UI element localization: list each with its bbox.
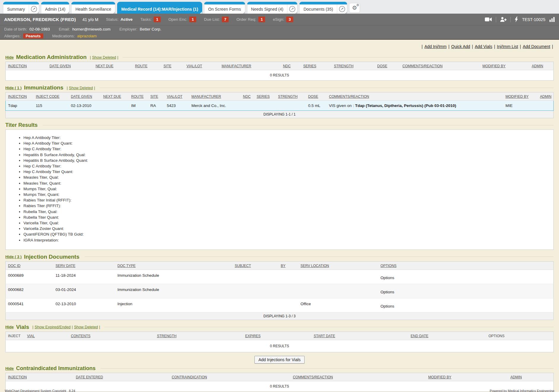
tasks-badge[interactable]: 1 <box>154 17 160 22</box>
col-comments[interactable]: COMMENTS/REACTION <box>327 92 503 101</box>
col-options[interactable]: OPTIONS <box>378 261 553 270</box>
show-deleted-link[interactable]: Show Deleted <box>74 325 98 329</box>
col-subject[interactable]: SUBJECT <box>232 261 278 270</box>
col-site[interactable]: SITE <box>161 62 184 70</box>
col-series[interactable]: SERIES <box>254 92 275 101</box>
add-person-icon[interactable] <box>500 17 507 22</box>
col-strength[interactable]: STRENGTH <box>155 332 243 340</box>
add-document-link[interactable]: Add Document <box>523 44 550 49</box>
col-date-entered[interactable]: DATE ENTERED <box>74 373 169 381</box>
col-contents[interactable]: CONTENTS <box>69 332 155 340</box>
tab-summary-label[interactable]: Summary <box>3 7 29 12</box>
col-injection[interactable]: INJECTION <box>6 373 74 381</box>
options-link[interactable]: Options <box>378 270 553 284</box>
col-manufacturer[interactable]: MANUFACTURER <box>219 62 281 70</box>
col-series[interactable]: SERIES <box>301 62 332 70</box>
col-doc-type[interactable]: DOC TYPE <box>115 261 232 270</box>
col-serv-date[interactable]: SERV DATE <box>53 261 115 270</box>
col-by[interactable]: BY <box>278 261 298 270</box>
order-req-badge[interactable]: 1 <box>258 17 265 22</box>
tab-needs-signed[interactable]: Needs Signed (4) ↗ <box>247 2 298 14</box>
col-ndc[interactable]: NDC <box>281 62 301 70</box>
tab-medical-record-label[interactable]: Medical Record (14):MAR/Injections (1) <box>117 7 202 12</box>
col-dose[interactable]: DOSE <box>375 62 400 70</box>
popout-icon[interactable]: ↗ <box>337 4 347 14</box>
hide-link[interactable]: Hide <box>5 55 14 60</box>
col-admin[interactable]: ADMIN <box>529 62 553 70</box>
col-date-given[interactable]: DATE GIVEN <box>69 92 101 101</box>
col-site[interactable]: SITE <box>148 92 164 101</box>
col-route[interactable]: ROUTE <box>133 62 161 70</box>
col-manufacturer[interactable]: MANUFACTURER <box>189 92 241 101</box>
titer-item: Hep A Antibody Titer: <box>23 135 547 140</box>
col-contraindication[interactable]: CONTRAINDICATION <box>169 373 290 381</box>
tab-needs-signed-label[interactable]: Needs Signed (4) <box>247 7 287 12</box>
options-link[interactable]: Options <box>378 284 553 298</box>
col-admin[interactable]: ADMIN <box>508 373 553 381</box>
tab-on-screen-forms-label[interactable]: On Screen Forms <box>204 7 245 12</box>
col-dose[interactable]: DOSE <box>306 92 327 101</box>
hide-link[interactable]: Hide ( 3 ) <box>5 255 22 259</box>
col-admin[interactable]: ADMIN <box>538 92 554 101</box>
open-enc-badge[interactable]: 1 <box>189 17 196 22</box>
col-serv-location[interactable]: SERV LOCATION <box>298 261 378 270</box>
col-ndc[interactable]: NDC <box>241 92 254 101</box>
medication-link[interactable]: alprazolam <box>77 34 97 38</box>
tab-on-screen-forms[interactable]: On Screen Forms <box>204 2 245 14</box>
col-inject-code[interactable]: INJECT CODE <box>34 92 69 101</box>
col-vial-lot[interactable]: VIAL/LOT <box>184 62 219 70</box>
col-strength[interactable]: STRENGTH <box>275 92 306 101</box>
tab-health-surveillance[interactable]: Health Surveillance <box>71 2 115 14</box>
lightning-icon[interactable] <box>515 17 518 22</box>
col-next-due[interactable]: NEXT DUE <box>93 62 133 70</box>
show-expired-link[interactable]: Show Expired/Ended <box>35 325 71 329</box>
quick-add-link[interactable]: Quick Add <box>451 44 470 49</box>
col-start-date[interactable]: START DATE <box>311 332 408 340</box>
col-end-date[interactable]: END DATE <box>408 332 486 340</box>
show-deleted-link[interactable]: Show Deleted <box>92 55 116 60</box>
hide-link[interactable]: Hide <box>5 366 14 371</box>
allergy-badge[interactable]: Peanuts <box>23 33 44 39</box>
add-vials-link[interactable]: Add Vials <box>475 44 492 49</box>
col-expires[interactable]: EXPIRES <box>243 332 311 340</box>
col-next-due[interactable]: NEXT DUE <box>101 92 129 101</box>
due-list-badge[interactable]: 7 <box>222 17 229 22</box>
col-modified-by[interactable]: MODIFIED BY <box>426 373 508 381</box>
hide-link[interactable]: Hide <box>5 325 14 329</box>
tab-documents-label[interactable]: Documents (35) <box>300 7 337 12</box>
col-strength[interactable]: STRENGTH <box>332 62 375 70</box>
col-injection[interactable]: INJECTION <box>6 62 47 70</box>
col-modified-by[interactable]: MODIFIED BY <box>503 92 537 101</box>
immunization-row[interactable]: Tdap 115 02-13-2010 IM RA 5423 Merck and… <box>6 101 554 111</box>
document-row[interactable]: 0000689 11-18-2024 Immunization Schedule… <box>6 270 554 284</box>
col-comments[interactable]: COMMENTS/REACTION <box>290 373 426 381</box>
show-deleted-link[interactable]: Show Deleted <box>69 86 93 90</box>
col-date-given[interactable]: DATE GIVEN <box>47 62 93 70</box>
options-link[interactable]: Options <box>378 298 553 312</box>
settings-button[interactable]: ⚙⚙ <box>349 3 360 13</box>
hide-link[interactable]: Hide ( 1 ) <box>5 86 22 90</box>
col-modified-by[interactable]: MODIFIED BY <box>480 62 529 70</box>
tab-admin-label[interactable]: Admin (14) <box>41 7 69 12</box>
tab-health-surveillance-label[interactable]: Health Surveillance <box>71 7 115 12</box>
popout-icon[interactable]: ↗ <box>287 4 297 14</box>
inj-imm-list-link[interactable]: Inj/Imm List <box>497 44 518 49</box>
col-route[interactable]: ROUTE <box>129 92 148 101</box>
popout-icon[interactable]: ↗ <box>29 4 39 14</box>
add-inj-imm-link[interactable]: Add Inj/Imm <box>424 44 447 49</box>
video-call-icon[interactable] <box>485 17 492 22</box>
add-injections-for-vials-button[interactable]: Add Injections for Vials <box>254 356 304 364</box>
col-doc-id[interactable]: DOC ID <box>6 261 53 270</box>
col-vial[interactable]: VIAL <box>25 332 69 340</box>
chart-icon[interactable] <box>549 17 555 22</box>
col-vial-lot[interactable]: VIAL/LOT <box>164 92 189 101</box>
tab-admin[interactable]: Admin (14) <box>41 2 69 14</box>
col-injection[interactable]: INJECTION <box>6 92 34 101</box>
tab-summary[interactable]: Summary ↗ <box>3 2 39 14</box>
esign-badge[interactable]: 3 <box>286 17 293 22</box>
tab-medical-record[interactable]: Medical Record (14):MAR/Injections (1) <box>117 2 202 14</box>
document-row[interactable]: 0000682 03-01-2024 Immunization Schedule… <box>6 284 554 298</box>
tab-documents[interactable]: Documents (35) ↗ <box>299 2 347 14</box>
col-comments[interactable]: COMMENTS/REACTION <box>400 62 480 70</box>
document-row[interactable]: 0000541 02-13-2010 Injection Office Opti… <box>6 298 554 312</box>
